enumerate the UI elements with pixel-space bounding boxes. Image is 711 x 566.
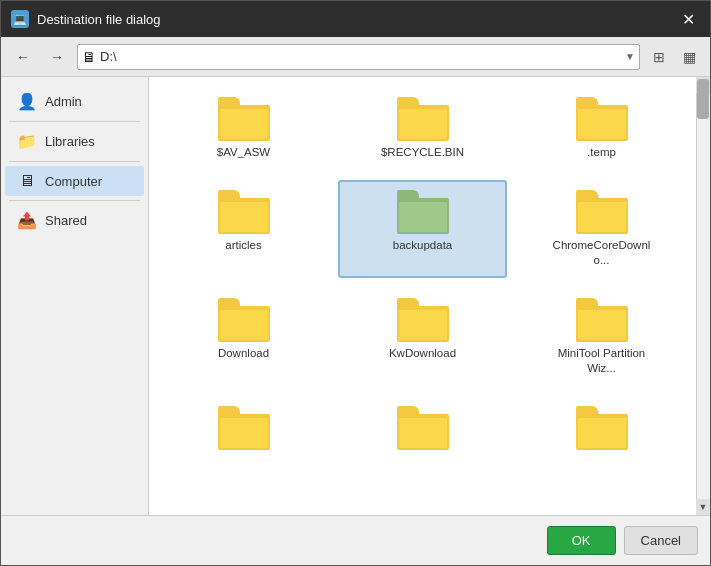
file-item-articles[interactable]: articles	[159, 180, 328, 278]
file-item-folder12[interactable]	[517, 396, 686, 464]
ok-button[interactable]: OK	[547, 526, 616, 555]
folder-icon-chrome	[576, 190, 628, 234]
file-item-folder10[interactable]	[159, 396, 328, 464]
view-toggle-button[interactable]: ▦	[676, 44, 702, 70]
view-icon: ▦	[683, 49, 696, 65]
folder-icon-12	[576, 406, 628, 450]
cancel-button[interactable]: Cancel	[624, 526, 698, 555]
title-bar-left: 💻 Destination file dialog	[11, 10, 161, 28]
file-item-folder11[interactable]	[338, 396, 507, 464]
sidebar-item-shared[interactable]: 📤 Shared	[5, 205, 144, 236]
bottom-bar: OK Cancel	[1, 515, 710, 565]
shared-icon: 📤	[17, 211, 37, 230]
scroll-down-arrow[interactable]: ▼	[696, 499, 710, 515]
libraries-icon: 📁	[17, 132, 37, 151]
sidebar: 👤 Admin 📁 Libraries 🖥 Computer 📤 Shared	[1, 77, 149, 515]
folder-icon-minitool	[576, 298, 628, 342]
file-area: $AV_ASW $RECYCLE.BIN	[149, 77, 710, 515]
admin-icon: 👤	[17, 92, 37, 111]
close-button[interactable]: ✕	[676, 7, 700, 31]
sidebar-item-label-admin: Admin	[45, 94, 82, 109]
scrollbar-track[interactable]: ▲ ▼	[696, 77, 710, 515]
file-label-backupdata: backupdata	[393, 238, 452, 253]
file-label-av-asw: $AV_ASW	[217, 145, 270, 160]
sidebar-item-label-shared: Shared	[45, 213, 87, 228]
file-item-av-asw[interactable]: $AV_ASW	[159, 87, 328, 170]
address-drive-icon: 🖥	[82, 49, 96, 65]
file-label-kwdownload: KwDownload	[389, 346, 456, 361]
main-content: 👤 Admin 📁 Libraries 🖥 Computer 📤 Shared	[1, 77, 710, 515]
folder-icon-kwdownload	[397, 298, 449, 342]
file-item-recycle-bin[interactable]: $RECYCLE.BIN	[338, 87, 507, 170]
back-button[interactable]: ←	[9, 43, 37, 71]
sidebar-separator-1	[9, 121, 140, 122]
folder-icon-download	[218, 298, 270, 342]
new-folder-button[interactable]: ⊞	[646, 44, 672, 70]
folder-icon-temp	[576, 97, 628, 141]
scrollbar-thumb[interactable]	[697, 79, 709, 119]
file-item-chrome-dl[interactable]: ChromeCoreDownlo...	[517, 180, 686, 278]
folder-icon-10	[218, 406, 270, 450]
toolbar-actions: ⊞ ▦	[646, 44, 702, 70]
folder-icon-articles	[218, 190, 270, 234]
new-folder-icon: ⊞	[653, 49, 665, 65]
folder-icon-11	[397, 406, 449, 450]
folder-icon-av-asw	[218, 97, 270, 141]
sidebar-separator-2	[9, 161, 140, 162]
file-label-recycle-bin: $RECYCLE.BIN	[381, 145, 464, 160]
destination-file-dialog: 💻 Destination file dialog ✕ ← → 🖥 D:\ ▼ …	[0, 0, 711, 566]
computer-icon: 🖥	[17, 172, 37, 190]
file-label-articles: articles	[225, 238, 261, 253]
file-label-chrome-dl: ChromeCoreDownlo...	[552, 238, 652, 268]
file-label-temp: .temp	[587, 145, 616, 160]
forward-button[interactable]: →	[43, 43, 71, 71]
dialog-icon: 💻	[11, 10, 29, 28]
title-bar: 💻 Destination file dialog ✕	[1, 1, 710, 37]
sidebar-item-label-computer: Computer	[45, 174, 102, 189]
file-item-minitool[interactable]: MiniTool Partition Wiz...	[517, 288, 686, 386]
dialog-title: Destination file dialog	[37, 12, 161, 27]
address-text: D:\	[100, 49, 621, 64]
sidebar-item-computer[interactable]: 🖥 Computer	[5, 166, 144, 196]
file-label-minitool: MiniTool Partition Wiz...	[552, 346, 652, 376]
toolbar: ← → 🖥 D:\ ▼ ⊞ ▦	[1, 37, 710, 77]
file-grid: $AV_ASW $RECYCLE.BIN	[159, 87, 700, 464]
file-label-download: Download	[218, 346, 269, 361]
sidebar-item-label-libraries: Libraries	[45, 134, 95, 149]
file-item-kwdownload[interactable]: KwDownload	[338, 288, 507, 386]
file-item-download[interactable]: Download	[159, 288, 328, 386]
sidebar-separator-3	[9, 200, 140, 201]
address-bar[interactable]: 🖥 D:\ ▼	[77, 44, 640, 70]
sidebar-item-libraries[interactable]: 📁 Libraries	[5, 126, 144, 157]
sidebar-item-admin[interactable]: 👤 Admin	[5, 86, 144, 117]
folder-icon-backupdata	[397, 190, 449, 234]
folder-icon-recycle	[397, 97, 449, 141]
file-item-backupdata[interactable]: backupdata	[338, 180, 507, 278]
file-item-temp[interactable]: .temp	[517, 87, 686, 170]
address-dropdown-button[interactable]: ▼	[625, 51, 635, 62]
